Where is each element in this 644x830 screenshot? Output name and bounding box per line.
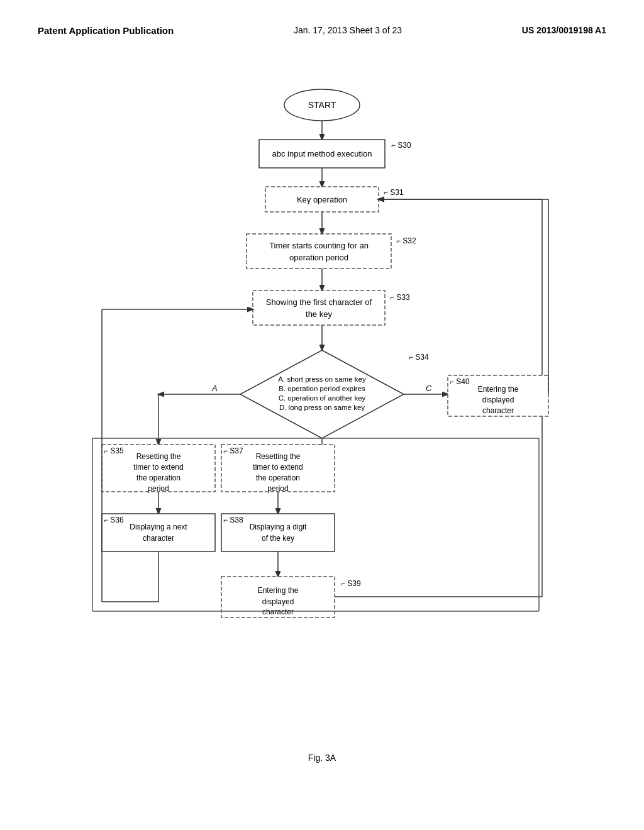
svg-text:A: A	[211, 384, 218, 393]
diagram-area: START abc input method execution ⌐ S30 K…	[52, 74, 592, 734]
publication-label: Patent Application Publication	[38, 25, 174, 36]
svg-text:C. operation of another key: C. operation of another key	[279, 394, 366, 402]
page: Patent Application Publication Jan. 17, …	[0, 0, 644, 830]
svg-text:START: START	[308, 100, 336, 110]
svg-text:displayed: displayed	[482, 396, 514, 404]
svg-text:⌐ S40: ⌐ S40	[450, 377, 470, 386]
patent-number-label: US 2013/0019198 A1	[522, 25, 606, 35]
svg-text:⌐ S36: ⌐ S36	[104, 516, 124, 524]
svg-text:A. short press on same key: A. short press on same key	[278, 375, 366, 383]
svg-text:⌐ S31: ⌐ S31	[384, 188, 404, 197]
svg-text:⌐ S34: ⌐ S34	[409, 353, 429, 362]
svg-text:Displaying a digit: Displaying a digit	[250, 523, 307, 531]
svg-text:the operation: the operation	[136, 473, 180, 482]
svg-text:displayed: displayed	[262, 597, 294, 606]
svg-text:of the key: of the key	[262, 534, 294, 543]
page-header: Patent Application Publication Jan. 17, …	[38, 25, 606, 36]
figure-caption: Fig. 3A	[38, 753, 606, 763]
svg-text:⌐ S35: ⌐ S35	[104, 446, 124, 455]
date-sheet-label: Jan. 17, 2013 Sheet 3 of 23	[294, 25, 402, 35]
svg-text:period: period	[267, 484, 288, 493]
svg-text:the operation: the operation	[256, 473, 300, 482]
svg-text:⌐ S39: ⌐ S39	[341, 579, 361, 588]
diagram-svg: START abc input method execution ⌐ S30 K…	[52, 74, 592, 734]
svg-text:Timer starts counting for an: Timer starts counting for an	[269, 241, 369, 250]
svg-text:character: character	[482, 406, 514, 415]
svg-text:Showing the first character of: Showing the first character of	[266, 297, 372, 307]
svg-text:⌐ S30: ⌐ S30	[391, 141, 411, 150]
svg-rect-16	[253, 290, 385, 325]
svg-text:D. long press on same key: D. long press on same key	[279, 404, 365, 411]
svg-text:abc input method execution: abc input method execution	[272, 149, 372, 158]
svg-text:Key operation: Key operation	[297, 195, 347, 204]
svg-text:⌐ S32: ⌐ S32	[396, 236, 416, 245]
svg-text:⌐ S33: ⌐ S33	[390, 293, 410, 302]
svg-text:timer to extend: timer to extend	[133, 463, 183, 472]
svg-text:Resetting the: Resetting the	[136, 452, 181, 461]
svg-text:operation period: operation period	[289, 253, 348, 262]
svg-text:C: C	[426, 384, 432, 393]
svg-text:⌐ S37: ⌐ S37	[223, 446, 243, 455]
svg-text:period: period	[148, 484, 169, 493]
svg-text:character: character	[143, 534, 174, 543]
svg-text:Entering the: Entering the	[478, 385, 519, 394]
svg-text:Resetting the: Resetting the	[256, 452, 301, 461]
svg-text:timer to extend: timer to extend	[253, 463, 303, 472]
svg-text:⌐ S38: ⌐ S38	[223, 516, 243, 524]
svg-text:the key: the key	[306, 309, 332, 319]
svg-text:Displaying a next: Displaying a next	[130, 523, 187, 531]
svg-text:Entering the: Entering the	[258, 586, 299, 595]
svg-text:B. operation period expires: B. operation period expires	[279, 385, 365, 392]
svg-text:character: character	[262, 607, 294, 616]
svg-rect-11	[247, 234, 391, 268]
